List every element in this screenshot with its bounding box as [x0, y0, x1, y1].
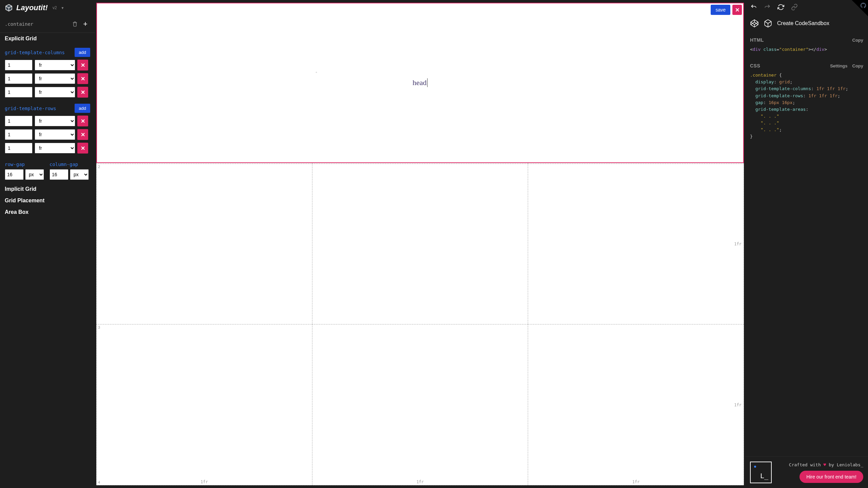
css-section: CSS Settings Copy .container { display: …	[745, 60, 868, 143]
gtc-label: grid-template-columns	[5, 50, 65, 55]
column-value-input[interactable]	[5, 87, 33, 98]
cube-icon	[5, 4, 13, 12]
grid-placement-title[interactable]: Grid Placement	[0, 195, 95, 206]
codesandbox-icon[interactable]	[764, 19, 772, 28]
codesandbox-row: Create CodeSandbox	[745, 14, 868, 34]
github-icon[interactable]	[860, 2, 867, 10]
copy-html-button[interactable]: Copy	[852, 38, 864, 43]
column-unit-select[interactable]: fr	[35, 73, 75, 84]
hire-button[interactable]: Hire our front end team!	[800, 471, 863, 483]
remove-column-button[interactable]: ✕	[77, 60, 88, 70]
selected-grid-area[interactable]: head	[96, 3, 744, 163]
columns-section: grid-template-columns add fr ✕ fr ✕ fr ✕	[0, 44, 95, 104]
column-unit-select[interactable]: fr	[35, 87, 75, 98]
fr-label: 1fr	[632, 480, 640, 484]
left-panel: Layoutit! v2 ▼ .container + Explicit Gri…	[0, 0, 95, 488]
refresh-icon[interactable]	[777, 3, 785, 11]
row-value-input[interactable]	[5, 143, 33, 154]
redo-icon[interactable]	[764, 3, 771, 11]
add-column-button[interactable]: add	[75, 48, 90, 57]
row-unit-select[interactable]: fr	[35, 143, 75, 154]
footer: L_ Crafted with ♥ by Leniolabs_ Hire our…	[745, 456, 868, 488]
row-input-row: fr ✕	[5, 116, 90, 126]
explicit-grid-title[interactable]: Explicit Grid	[0, 33, 95, 44]
container-selector[interactable]: .container	[5, 21, 70, 27]
create-codesandbox-link[interactable]: Create CodeSandbox	[777, 20, 829, 26]
row-number: 4	[98, 480, 100, 484]
column-value-input[interactable]	[5, 73, 33, 84]
remove-column-button[interactable]: ✕	[77, 73, 88, 84]
gtr-label: grid-template-rows	[5, 106, 56, 111]
row-value-input[interactable]	[5, 129, 33, 140]
fr-label: 1fr	[416, 480, 424, 484]
css-code[interactable]: .container { display: grid; grid-templat…	[745, 70, 868, 141]
undo-icon[interactable]	[750, 3, 757, 11]
area-box-title[interactable]: Area Box	[0, 206, 95, 218]
copy-css-button[interactable]: Copy	[852, 63, 864, 68]
trash-icon[interactable]	[70, 20, 80, 28]
codepen-icon[interactable]	[750, 19, 759, 28]
cancel-button[interactable]: ✕	[732, 5, 742, 15]
link-icon[interactable]	[791, 3, 798, 11]
row-number: 2	[98, 165, 100, 169]
row-gap-input[interactable]	[5, 169, 24, 180]
fr-label: 1fr	[734, 242, 742, 246]
column-unit-select[interactable]: fr	[35, 60, 75, 70]
remove-row-button[interactable]: ✕	[77, 143, 88, 154]
app-title: Layoutit!	[16, 3, 48, 12]
rows-section: grid-template-rows add fr ✕ fr ✕ fr ✕	[0, 104, 95, 160]
html-label: HTML	[750, 37, 764, 43]
remove-row-button[interactable]: ✕	[77, 129, 88, 140]
column-input-row: fr ✕	[5, 73, 90, 84]
row-unit-select[interactable]: fr	[35, 116, 75, 126]
column-input-row: fr ✕	[5, 60, 90, 70]
right-toolbar	[745, 0, 868, 14]
remove-column-button[interactable]: ✕	[77, 87, 88, 98]
row-unit-select[interactable]: fr	[35, 129, 75, 140]
gap-section: row-gap px column-gap px	[0, 160, 95, 183]
row-gap-label: row-gap	[5, 162, 45, 167]
column-value-input[interactable]	[5, 60, 33, 70]
col-gap-input[interactable]	[50, 169, 68, 180]
heart-icon: ♥	[824, 462, 826, 467]
leniolabs-logo[interactable]: L_	[750, 462, 772, 483]
html-code[interactable]: <div class="container"></div>	[745, 45, 868, 54]
html-section: HTML Copy <div class="container"></div>	[745, 34, 868, 56]
app-version: v2	[53, 5, 57, 10]
row-input-row: fr ✕	[5, 143, 90, 154]
row-gap-unit[interactable]: px	[25, 169, 44, 180]
remove-row-button[interactable]: ✕	[77, 116, 88, 126]
add-icon[interactable]: +	[80, 18, 90, 30]
area-name-input[interactable]: head	[413, 78, 428, 87]
chevron-down-icon[interactable]: ▼	[61, 6, 64, 10]
right-panel: Create CodeSandbox HTML Copy <div class=…	[745, 0, 868, 488]
fr-label: 1fr	[734, 403, 742, 407]
selector-row: .container +	[0, 16, 95, 33]
css-label: CSS	[750, 63, 760, 68]
col-gap-label: column-gap	[50, 162, 90, 167]
row-value-input[interactable]	[5, 116, 33, 126]
canvas[interactable]: save ✕ 2 1fr 341fr 1fr 1fr1fr head ◦	[96, 3, 744, 485]
settings-button[interactable]: Settings	[830, 63, 847, 68]
implicit-grid-title[interactable]: Implicit Grid	[0, 183, 95, 195]
row-number: 3	[98, 325, 100, 329]
fr-label: 1fr	[200, 480, 208, 484]
add-row-button[interactable]: add	[75, 104, 90, 113]
col-gap-unit[interactable]: px	[70, 169, 89, 180]
app-header: Layoutit! v2 ▼	[0, 0, 95, 16]
crafted-text: Crafted with ♥ by Leniolabs_	[789, 462, 863, 467]
row-input-row: fr ✕	[5, 129, 90, 140]
column-input-row: fr ✕	[5, 87, 90, 98]
save-button[interactable]: save	[711, 5, 730, 15]
